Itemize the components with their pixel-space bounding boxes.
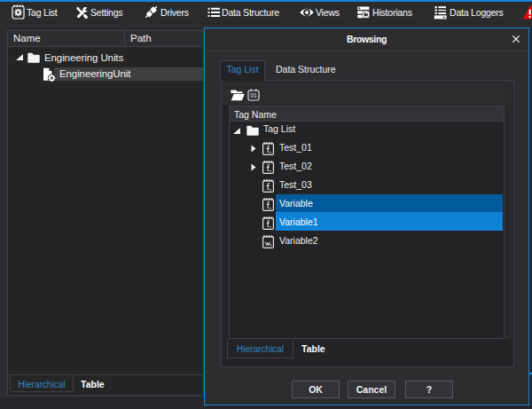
svg-text:01: 01	[250, 92, 257, 98]
